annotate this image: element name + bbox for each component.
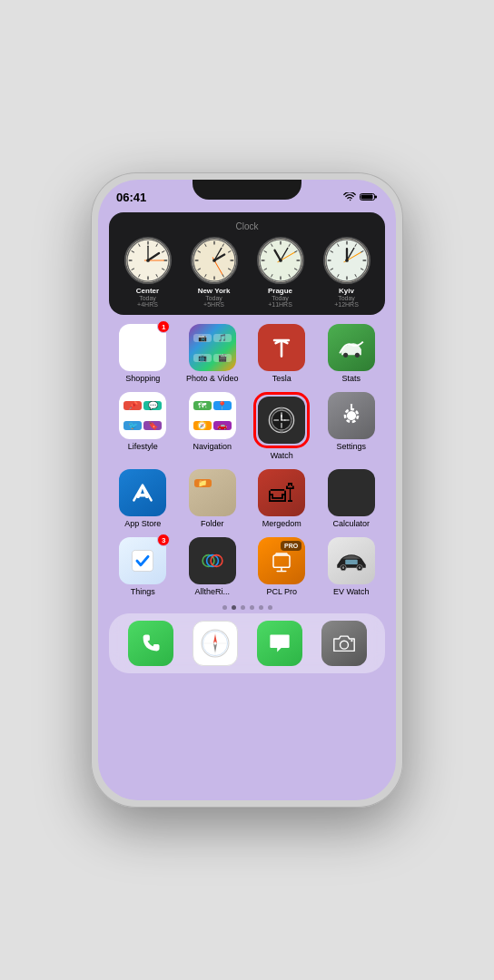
svg-point-19 [146,259,150,262]
dock-icon-phone [128,621,173,666]
clock-widget[interactable]: Clock [109,212,385,315]
svg-point-96 [341,566,344,569]
messages-bubble-icon [267,631,292,656]
app-icon-mergedom: 🛋 [258,469,305,516]
app-icon-appstore: A [119,469,166,516]
things-check-icon [127,545,158,576]
clocks-row: Center Today +4HRS [116,237,378,308]
dock-camera[interactable] [321,621,367,666]
svg-point-70 [345,259,349,262]
clock-center-hrs: +4HRS [137,301,158,308]
app-watch[interactable]: Watch [250,392,314,460]
svg-point-83 [347,411,356,420]
app-icon-pclpro: PRO [258,537,305,584]
ev-car-icon [335,550,368,572]
app-appstore[interactable]: A App Store [111,469,175,528]
app-mergedom[interactable]: 🛋 Mergedom [250,469,314,528]
app-icon-things: 3 [119,537,166,584]
app-label-evwatch: EV Watch [333,587,370,596]
app-icon-tesla [258,324,305,371]
app-label-pclpro: PCL Pro [266,587,297,596]
stats-car-icon [337,333,366,362]
dock [109,613,385,673]
app-label-lifestyle: Lifestyle [128,442,158,451]
app-shopping[interactable]: 1 Shopping [111,324,175,383]
dock-messages[interactable] [257,621,302,666]
dot-1 [222,605,227,610]
dot-2 [232,605,236,610]
app-calculator[interactable]: Calculator [320,469,384,528]
app-pclpro[interactable]: PRO PCL Pro [250,537,314,596]
svg-point-106 [351,640,352,642]
app-settings[interactable]: Settings [320,392,384,460]
settings-gear-icon [337,401,366,430]
app-label-folder: Folder [201,519,224,528]
app-icon-calculator [328,469,375,516]
app-things[interactable]: 3 Things [111,537,175,596]
alltheri-icon-svg [198,546,227,575]
clock-newyork-sub: Today [205,295,222,301]
svg-point-105 [340,641,348,649]
dock-icon-camera [321,621,367,666]
app-lifestyle[interactable]: 📌 💬 🐦 🔖 Lifestyle [111,392,175,460]
app-grid: 1 Shopping 📷 🎵 📺 🎬 Photo & Video [98,320,396,600]
app-icon-lifestyle: 📌 💬 🐦 🔖 [119,392,166,439]
mergedom-emoji: 🛋 [269,478,294,508]
app-photo-video[interactable]: 📷 🎵 📺 🎬 Photo & Video [181,324,245,383]
app-label-calculator: Calculator [332,519,370,528]
app-navigation[interactable]: 🗺 📍 🧭 🚗 Navigation [181,392,245,460]
phone-handset-icon [138,631,163,656]
clock-face-kyiv [323,237,370,284]
clock-newyork-city: New York [198,287,231,295]
page-dots [98,605,396,610]
clock-prague-city: Prague [268,287,292,295]
svg-point-71 [343,353,348,358]
app-folder[interactable]: 📁 Folder [181,469,245,528]
clock-center[interactable]: Center Today +4HRS [116,237,179,308]
pclpro-icon-svg [268,547,295,574]
clock-newyork-hrs: +5HRS [203,301,224,308]
svg-rect-87 [133,550,153,571]
clock-newyork[interactable]: New York Today +5HRS [183,237,245,308]
svg-rect-82 [280,430,283,433]
app-icon-photo-video: 📷 🎵 📺 🎬 [189,324,236,371]
status-time: 06:41 [116,191,146,204]
pro-badge: PRO [281,541,301,551]
appstore-icon-svg: A [128,478,157,507]
svg-rect-98 [345,560,358,564]
wifi-icon [343,192,356,201]
clock-face-prague [257,237,304,284]
app-label-appstore: App Store [124,519,161,528]
clock-kyiv[interactable]: Kyiv Today +12HRS [315,237,378,308]
dot-6 [268,605,272,610]
status-icons [343,192,378,201]
badge-shopping: 1 [157,320,170,333]
dock-icon-messages [257,621,302,666]
clock-kyiv-sub: Today [338,295,355,301]
phone-device: 06:41 Clock [91,172,403,808]
dock-phone[interactable] [128,621,173,666]
dot-3 [241,605,245,610]
app-tesla[interactable]: Tesla [250,324,314,383]
app-label-settings: Settings [336,442,366,451]
dock-icon-safari [193,621,238,666]
battery-icon [360,192,378,201]
app-label-photo-video: Photo & Video [186,374,238,383]
app-evwatch[interactable]: EV Watch [320,537,384,596]
clock-prague[interactable]: Prague Today +11HRS [249,237,311,308]
clock-kyiv-city: Kyiv [339,287,354,295]
svg-rect-91 [273,555,290,567]
app-icon-shopping: 1 [119,324,166,371]
clock-widget-title: Clock [116,221,378,231]
safari-compass-icon [200,628,231,659]
svg-rect-81 [280,407,283,410]
camera-icon [331,631,357,656]
app-stats[interactable]: Stats [320,324,384,383]
app-label-things: Things [131,587,155,596]
app-label-shopping: Shopping [125,374,160,383]
app-icon-stats [328,324,375,371]
badge-things: 3 [157,534,170,546]
app-alltheri[interactable]: AlltheRi... [181,537,245,596]
dock-safari[interactable] [193,621,238,666]
clock-center-city: Center [136,287,159,295]
